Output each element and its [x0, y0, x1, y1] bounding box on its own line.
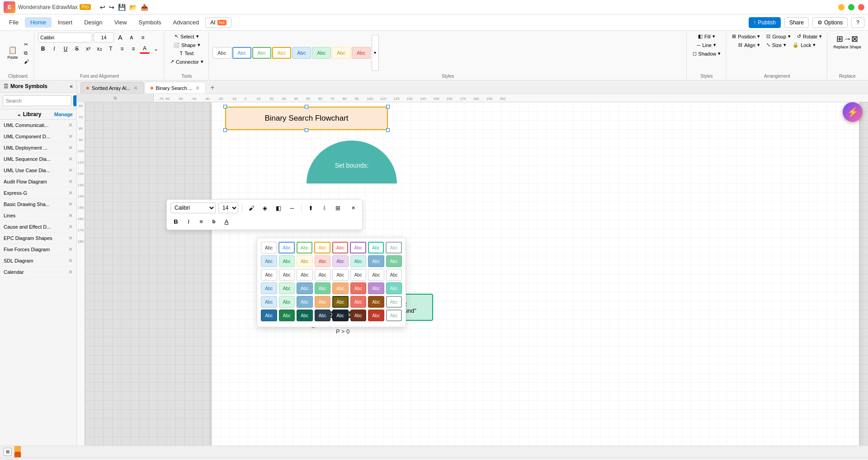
fill-btn[interactable]: ◧ Fill ▾ [696, 33, 717, 40]
style-cell-1-6[interactable]: Abc [368, 255, 384, 267]
style-cell-2-1[interactable]: Abc [279, 269, 295, 281]
menu-insert[interactable]: Insert [52, 17, 78, 28]
ft-underline-a-btn[interactable]: A [221, 216, 232, 227]
sidebar-close-11[interactable]: ✕ [68, 246, 73, 253]
style-cell-1-3[interactable]: Abc [315, 255, 331, 267]
menu-symbols[interactable]: Symbols [133, 17, 167, 28]
style-cell-0-5[interactable]: Abc [350, 242, 366, 253]
format-painter-btn[interactable]: 🖌 [22, 58, 31, 65]
shape-tool-btn[interactable]: ⬜ Shape ▾ [171, 41, 203, 49]
copy-btn[interactable]: ⧉ [22, 49, 31, 57]
sidebar-item-11[interactable]: Five Forces Diagram✕ [0, 244, 76, 255]
ft-format-painter-btn[interactable]: 🖌 [246, 202, 257, 213]
ft-size-select[interactable]: 14 [218, 202, 238, 213]
style-cell-0-7[interactable]: Abc [386, 242, 402, 253]
sidebar-item-1[interactable]: UML Component D...✕ [0, 131, 76, 142]
sidebar-item-13[interactable]: Calendar✕ [0, 267, 76, 278]
superscript-btn[interactable]: x² [83, 44, 93, 54]
handle-bl[interactable] [223, 128, 227, 132]
ft-bring-front-btn[interactable]: ⬆ [305, 202, 316, 213]
style-cell-0-3[interactable]: Abc [314, 242, 330, 253]
tab-binary-search[interactable]: Binary Search ... ✕ [145, 82, 206, 94]
avatar-btn[interactable]: ⚡ [843, 102, 863, 122]
set-bounds-shape[interactable]: Set bounds: [307, 136, 397, 183]
style-cell-1-5[interactable]: Abc [350, 255, 367, 267]
color-swatch-44[interactable] [14, 446, 21, 452]
style-cell-4-0[interactable]: Abc [261, 296, 277, 308]
style-cell-2-7[interactable]: Abc [386, 269, 402, 281]
sidebar-item-0[interactable]: UML Communicati...✕ [0, 120, 76, 131]
subscript-btn[interactable]: x₂ [94, 44, 104, 54]
sidebar-close-8[interactable]: ✕ [68, 212, 73, 219]
sidebar-close-3[interactable]: ✕ [68, 156, 73, 162]
ft-align-btn[interactable]: ≡ [196, 216, 207, 227]
color-swatch-45[interactable] [14, 452, 21, 458]
size-btn[interactable]: ⤡ Size▾ [764, 41, 788, 49]
style-sample-3[interactable]: Abc [252, 47, 271, 59]
text-tool-btn[interactable]: T Text [177, 50, 196, 57]
style-cell-2-5[interactable]: Abc [350, 269, 367, 281]
sidebar-close-12[interactable]: ✕ [68, 258, 73, 264]
sidebar-close-1[interactable]: ✕ [68, 133, 73, 140]
undo-btn[interactable]: ↩ [98, 3, 107, 12]
ft-line-btn[interactable]: ─ [287, 202, 297, 213]
cut-btn[interactable]: ✂ [22, 41, 31, 48]
style-cell-3-3[interactable]: Abc [315, 282, 331, 294]
style-cell-3-5[interactable]: Abc [350, 282, 367, 294]
style-cell-1-1[interactable]: Abc [279, 255, 295, 267]
publish-btn[interactable]: ↑ Publish [749, 17, 781, 28]
handle-bm[interactable] [305, 128, 308, 132]
menu-ai[interactable]: AI hot [205, 17, 231, 28]
close-btn[interactable] [858, 4, 864, 10]
strikethrough-btn[interactable]: S [72, 44, 82, 54]
style-cell-4-5[interactable]: Abc [350, 296, 367, 308]
maximize-btn[interactable] [848, 4, 854, 10]
style-cell-4-2[interactable]: Abc [297, 296, 313, 308]
menu-file[interactable]: File [4, 17, 24, 28]
style-cell-2-3[interactable]: Abc [315, 269, 331, 281]
tab-close-1[interactable]: ✕ [133, 85, 138, 91]
style-sample-7[interactable]: Abc [332, 47, 351, 59]
sidebar-item-9[interactable]: Cause and Effect D...✕ [0, 221, 76, 233]
options-btn[interactable]: ⚙ Options [812, 17, 848, 28]
ft-bold2-btn[interactable]: b [208, 216, 219, 227]
position-btn[interactable]: ⊞ Position▾ [730, 33, 762, 40]
color-picker-btn[interactable]: ⊞ [4, 448, 12, 456]
style-sample-2[interactable]: Abc [232, 47, 251, 59]
paste-btn[interactable]: 📋 Paste [5, 44, 21, 61]
style-cell-0-0[interactable]: Abc [261, 242, 277, 253]
ft-italic-btn[interactable]: I [183, 216, 194, 227]
style-cell-4-4[interactable]: AbcQuick Style [332, 296, 349, 308]
style-cell-3-2[interactable]: Abc [297, 282, 313, 294]
align-btn[interactable]: ≡ [138, 33, 148, 42]
style-cell-3-1[interactable]: Abc [279, 282, 295, 294]
underline-btn[interactable]: U [61, 44, 71, 54]
style-cell-1-7[interactable]: Abc [386, 255, 402, 267]
sidebar-item-8[interactable]: Lines✕ [0, 210, 76, 221]
menu-home[interactable]: Home [25, 17, 52, 28]
canvas[interactable]: 65708090100110120130140150160170180 Bina… [77, 102, 868, 446]
style-cell-0-2[interactable]: Abc [297, 242, 313, 253]
library-header[interactable]: ⌄ Library Manage [0, 109, 76, 120]
sidebar-item-3[interactable]: UML Sequence Dia...✕ [0, 154, 76, 165]
style-cell-0-1[interactable]: Abc [278, 242, 295, 253]
sidebar-item-6[interactable]: Express-G✕ [0, 188, 76, 199]
style-cell-4-3[interactable]: Abc [315, 296, 331, 308]
font-color-btn[interactable]: A [140, 44, 150, 54]
help-btn[interactable]: ? [851, 17, 864, 28]
select-tool-btn[interactable]: ↖ Select ▾ [172, 33, 201, 40]
style-sample-4[interactable]: Abc [272, 47, 291, 59]
ft-ungroup-btn[interactable]: ⊞ [332, 202, 343, 213]
handle-tr[interactable] [386, 105, 390, 108]
ft-styles-btn[interactable]: ◈ [259, 202, 270, 213]
clear-format-btn[interactable]: T [106, 44, 116, 54]
style-cell-0-4[interactable]: Abc [332, 242, 349, 253]
minimize-btn[interactable] [838, 4, 844, 10]
expand-font-btn[interactable]: ⌄ [151, 44, 161, 54]
style-cell-5-4[interactable]: Abc [332, 310, 349, 321]
search-input[interactable] [3, 95, 71, 106]
style-cell-2-4[interactable]: Abc [332, 269, 349, 281]
style-sample-5[interactable]: Abc [292, 47, 311, 59]
save-btn[interactable]: 💾 [116, 3, 127, 12]
style-cell-4-1[interactable]: Abc [279, 296, 295, 308]
